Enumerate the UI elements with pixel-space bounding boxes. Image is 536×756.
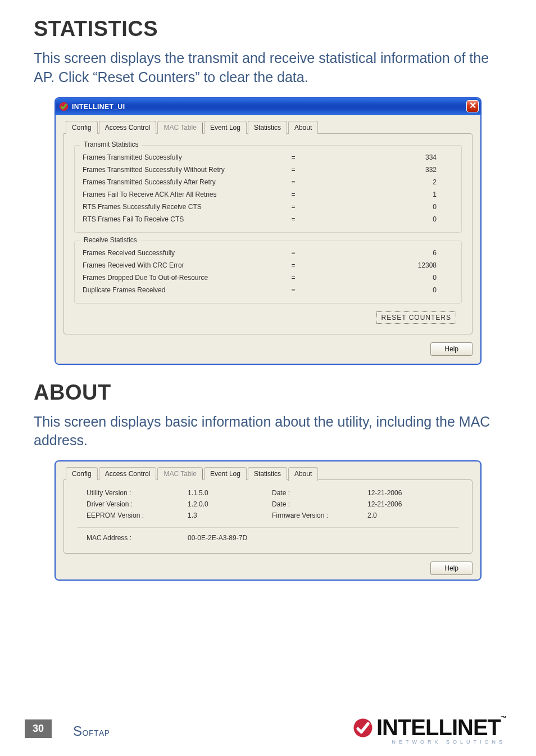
eeprom-version-label: EEPROM Version : bbox=[87, 511, 188, 519]
equals-sign: = bbox=[274, 249, 313, 257]
stat-value: 6 bbox=[313, 249, 453, 257]
equals-sign: = bbox=[274, 215, 313, 223]
receive-statistics-group: Receive Statistics Frames Received Succe… bbox=[74, 241, 462, 304]
stat-value: 12308 bbox=[313, 261, 453, 269]
window-title: INTELLINET_UI bbox=[72, 103, 125, 111]
stat-label: Frames Transmitted Successfully Without … bbox=[83, 166, 274, 174]
utility-version-value: 1.1.5.0 bbox=[188, 489, 272, 497]
mac-address-label: MAC Address : bbox=[87, 534, 188, 542]
utility-version-label: Utility Version : bbox=[87, 489, 188, 497]
brand-logo: INTELLINET™ NETWORK SOLUTIONS bbox=[353, 715, 506, 745]
tab-about[interactable]: About bbox=[288, 121, 318, 134]
section-heading-statistics: STATISTICS bbox=[34, 17, 502, 41]
tab-about[interactable]: About bbox=[288, 467, 318, 481]
stat-value: 0 bbox=[313, 274, 453, 282]
receive-row: Frames Received With CRC Error=12308 bbox=[83, 259, 453, 271]
transmit-row: RTS Frames Successfully Receive CTS=0 bbox=[83, 201, 453, 213]
stat-label: Frames Received Successfully bbox=[83, 249, 274, 257]
driver-version-value: 1.2.0.0 bbox=[188, 500, 272, 508]
transmit-statistics-group: Transmit Statistics Frames Transmitted S… bbox=[74, 145, 462, 233]
transmit-row: RTS Frames Fail To Receive CTS=0 bbox=[83, 213, 453, 225]
driver-version-label: Driver Version : bbox=[87, 500, 188, 508]
stat-label: RTS Frames Successfully Receive CTS bbox=[83, 203, 274, 211]
equals-sign: = bbox=[274, 153, 313, 161]
receive-row: Frames Received Successfully=6 bbox=[83, 247, 453, 259]
stat-label: RTS Frames Fail To Receive CTS bbox=[83, 215, 274, 223]
stat-value: 0 bbox=[313, 286, 453, 294]
footer-section-label: SoftAP bbox=[73, 723, 110, 739]
utility-date-label: Date : bbox=[272, 489, 367, 497]
stat-label: Duplicate Frames Received bbox=[83, 286, 274, 294]
tab-statistics[interactable]: Statistics bbox=[248, 467, 287, 480]
driver-date-label: Date : bbox=[272, 500, 367, 508]
stat-value: 332 bbox=[313, 166, 453, 174]
statistics-window: INTELLINET_UI ✕ Config Access Control MA… bbox=[54, 97, 482, 365]
stat-label: Frames Received With CRC Error bbox=[83, 261, 274, 269]
tab-config[interactable]: Config bbox=[66, 467, 98, 480]
equals-sign: = bbox=[274, 274, 313, 282]
transmit-row: Frames Fail To Receive ACK After All Ret… bbox=[83, 188, 453, 201]
section-description-statistics: This screen displays the transmit and re… bbox=[34, 49, 502, 87]
brand-check-icon bbox=[353, 718, 373, 738]
equals-sign: = bbox=[274, 261, 313, 269]
page-number: 30 bbox=[25, 719, 52, 738]
transmit-row: Frames Transmitted Successfully After Re… bbox=[83, 176, 453, 188]
tab-statistics[interactable]: Statistics bbox=[248, 121, 287, 135]
stat-value: 0 bbox=[313, 215, 453, 223]
stat-value: 1 bbox=[313, 191, 453, 198]
receive-row: Frames Dropped Due To Out-of-Resource=0 bbox=[83, 271, 453, 284]
receive-row: Duplicate Frames Received=0 bbox=[83, 284, 453, 296]
section-description-about: This screen displays basic information a… bbox=[34, 413, 502, 451]
transmit-legend: Transmit Statistics bbox=[80, 141, 142, 148]
transmit-row: Frames Transmitted Successfully=334 bbox=[83, 151, 453, 164]
help-button[interactable]: Help bbox=[430, 342, 473, 356]
stat-value: 0 bbox=[313, 203, 453, 211]
divider bbox=[78, 527, 458, 528]
brand-tagline: NETWORK SOLUTIONS bbox=[353, 739, 506, 745]
tab-content-about: Utility Version : 1.1.5.0 Date : 12-21-2… bbox=[63, 479, 473, 554]
tab-mac-table[interactable]: MAC Table bbox=[157, 121, 202, 134]
stat-label: Frames Dropped Due To Out-of-Resource bbox=[83, 274, 274, 282]
receive-legend: Receive Statistics bbox=[80, 236, 140, 244]
equals-sign: = bbox=[274, 178, 313, 186]
close-icon[interactable]: ✕ bbox=[466, 100, 479, 112]
firmware-version-value: 2.0 bbox=[367, 511, 461, 519]
transmit-row: Frames Transmitted Successfully Without … bbox=[83, 164, 453, 176]
tab-content-statistics: Transmit Statistics Frames Transmitted S… bbox=[63, 133, 473, 334]
section-heading-about: ABOUT bbox=[34, 381, 502, 405]
tab-strip: Config Access Control MAC Table Event Lo… bbox=[63, 467, 473, 480]
equals-sign: = bbox=[274, 191, 313, 198]
stat-value: 334 bbox=[313, 153, 453, 161]
window-titlebar: INTELLINET_UI ✕ bbox=[56, 98, 480, 115]
tab-event-log[interactable]: Event Log bbox=[204, 121, 247, 134]
stat-value: 2 bbox=[313, 178, 453, 186]
tab-event-log[interactable]: Event Log bbox=[204, 467, 247, 480]
driver-date-value: 12-21-2006 bbox=[367, 500, 461, 508]
tab-config[interactable]: Config bbox=[66, 121, 98, 134]
tab-strip: Config Access Control MAC Table Event Lo… bbox=[63, 121, 473, 134]
stat-label: Frames Fail To Receive ACK After All Ret… bbox=[83, 191, 274, 198]
equals-sign: = bbox=[274, 203, 313, 211]
about-window: Config Access Control MAC Table Event Lo… bbox=[54, 460, 482, 581]
tab-mac-table[interactable]: MAC Table bbox=[157, 467, 202, 480]
equals-sign: = bbox=[274, 286, 313, 294]
reset-counters-button[interactable]: RESET COUNTERS bbox=[376, 311, 456, 324]
mac-address-value: 00-0E-2E-A3-89-7D bbox=[188, 534, 461, 542]
page-footer: 30 SoftAP INTELLINET™ NETWORK SOLUTIONS bbox=[0, 705, 536, 756]
tab-access-control[interactable]: Access Control bbox=[99, 467, 157, 480]
brand-name: INTELLINET bbox=[376, 715, 501, 740]
stat-label: Frames Transmitted Successfully After Re… bbox=[83, 178, 274, 186]
equals-sign: = bbox=[274, 166, 313, 174]
utility-date-value: 12-21-2006 bbox=[367, 489, 461, 497]
app-icon bbox=[59, 102, 69, 111]
eeprom-version-value: 1.3 bbox=[188, 511, 272, 519]
firmware-version-label: Firmware Version : bbox=[272, 511, 367, 519]
tab-access-control[interactable]: Access Control bbox=[99, 121, 157, 134]
help-button[interactable]: Help bbox=[430, 562, 473, 575]
stat-label: Frames Transmitted Successfully bbox=[83, 153, 274, 161]
